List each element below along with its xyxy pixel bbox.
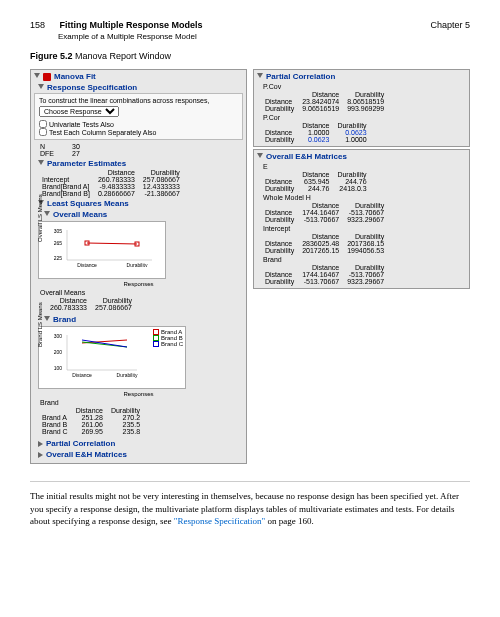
param-est-title: Parameter Estimates — [47, 159, 126, 168]
chapter-label: Chapter 5 — [430, 20, 470, 30]
table-row: Intercept260.783333257.086667 — [38, 176, 184, 183]
pcov-label: P.Cov — [263, 83, 466, 90]
whole-table: DistanceDurability Distance1744.16467-51… — [261, 202, 388, 223]
response-spec-title: Response Specification — [47, 83, 137, 92]
left-column: Manova Fit Response Specification To con… — [30, 69, 247, 466]
e-table: DistanceDurability Distance635.945244.76… — [261, 171, 371, 192]
table-row: Durability2017265.151994056.53 — [261, 247, 388, 254]
body-paragraph: The initial results might not be very in… — [30, 490, 470, 528]
svg-text:200: 200 — [54, 349, 63, 355]
svg-text:225: 225 — [54, 255, 63, 261]
svg-text:Durability: Durability — [117, 372, 138, 378]
n-label: N — [40, 143, 62, 150]
disclosure-icon[interactable] — [38, 452, 43, 458]
disclosure-icon[interactable] — [38, 441, 43, 447]
svg-line-5 — [87, 243, 137, 244]
whole-label: Whole Model H — [263, 194, 466, 201]
manova-fit-title: Manova Fit — [54, 72, 96, 81]
overall-means-table: DistanceDurability 260.783333257.086667 — [38, 297, 136, 311]
brand-table: DistanceDurability Brand A251.28270.2 Br… — [38, 407, 144, 435]
table-row: Brand C269.95235.8 — [38, 428, 144, 435]
brand-label: Brand — [40, 399, 243, 406]
response-spec-body: To construct the linear combinations acr… — [34, 93, 243, 140]
partial-corr-panel: Partial Correlation P.Cov DistanceDurabi… — [253, 69, 470, 147]
overall-means-label: Overall Means — [40, 289, 243, 296]
dfe-label: DFE — [40, 150, 62, 157]
svg-text:300: 300 — [54, 333, 63, 339]
y-axis-label: Brand LS Means — [37, 302, 43, 347]
cb1-label: Univariate Tests Also — [49, 121, 114, 128]
x-axis-label: Responses — [34, 281, 243, 287]
intercept-label: Intercept — [263, 225, 466, 232]
disclosure-icon[interactable] — [44, 316, 50, 324]
eh-title: Overall E&H Matrices — [266, 152, 347, 161]
brand-title: Brand — [53, 315, 76, 324]
table-row: Durability-513.706679323.29667 — [261, 278, 388, 285]
right-column: Partial Correlation P.Cov DistanceDurabi… — [253, 69, 470, 291]
disclosure-icon[interactable] — [38, 84, 44, 92]
param-estimates-table: DistanceDurability Intercept260.78333325… — [38, 169, 184, 197]
y-axis-label: Overall LS Means — [37, 194, 43, 242]
svg-text:Distance: Distance — [72, 372, 92, 378]
brand-chart: 300 200 100 Distance Durability Brand LS… — [38, 326, 186, 389]
e-label: E — [263, 163, 466, 170]
svg-text:265: 265 — [54, 240, 63, 246]
disclosure-icon[interactable] — [257, 73, 263, 81]
table-row: 260.783333257.086667 — [38, 304, 136, 311]
svg-text:Durability: Durability — [127, 262, 148, 267]
brand-mat-label: Brand — [263, 256, 466, 263]
page-header: 158 Fitting Multiple Response Models Cha… — [30, 20, 470, 30]
table-row: Distance1744.16467-513.70667 — [261, 209, 388, 216]
svg-text:100: 100 — [54, 365, 63, 371]
menu-icon[interactable] — [43, 73, 51, 81]
x-axis-label: Responses — [34, 391, 243, 397]
table-row: Brand[Brand A]-9.483333312.4333333 — [38, 183, 184, 190]
partial-corr-title: Partial Correlation — [266, 72, 335, 81]
table-row: Distance1.00000.0623 — [261, 129, 371, 136]
response-spec-link[interactable]: "Response Specification" — [174, 516, 266, 526]
table-row: Distance1744.16467-513.70667 — [261, 271, 388, 278]
svg-text:Distance: Distance — [77, 262, 97, 267]
eh-matrices-panel: Overall E&H Matrices E DistanceDurabilit… — [253, 149, 470, 289]
page-title: Fitting Multiple Response Models — [60, 20, 203, 30]
disclosure-icon[interactable] — [34, 73, 40, 81]
overall-means-title: Overall Means — [53, 210, 107, 219]
univariate-checkbox[interactable] — [39, 120, 47, 128]
choose-response-dropdown[interactable]: Choose Response — [39, 106, 119, 117]
table-row: Distance2836025.482017368.15 — [261, 240, 388, 247]
table-row: Brand B261.06235.5 — [38, 421, 144, 428]
figure-caption: Figure 5.2 Manova Report Window — [30, 51, 470, 61]
svg-text:305: 305 — [54, 228, 63, 234]
manova-fit-panel: Manova Fit Response Specification To con… — [30, 69, 247, 464]
pcov-table: DistanceDurability Distance23.84240748.0… — [261, 91, 388, 112]
partial-corr-title: Partial Correlation — [46, 439, 115, 448]
dfe-value: 27 — [72, 150, 80, 157]
instr-text: To construct the linear combinations acr… — [39, 97, 238, 104]
overall-means-chart: 305 265 225 Distance Durability Overall … — [38, 221, 166, 279]
table-row: Brand A251.28270.2 — [38, 414, 144, 421]
eh-title: Overall E&H Matrices — [46, 450, 127, 459]
disclosure-icon[interactable] — [38, 160, 44, 168]
table-row: Durability244.762418.0.3 — [261, 185, 371, 192]
brand-mat-table: DistanceDurability Distance1744.16467-51… — [261, 264, 388, 285]
lsm-title: Least Squares Means — [47, 199, 129, 208]
pcor-label: P.Cor — [263, 114, 466, 121]
table-row: Durability9.06516519993.969299 — [261, 105, 388, 112]
page-subtitle: Example of a Multiple Response Model — [58, 32, 470, 41]
n-value: 30 — [72, 143, 80, 150]
report-panels: Manova Fit Response Specification To con… — [30, 69, 470, 466]
pcor-table: DistanceDurability Distance1.00000.0623 … — [261, 122, 371, 143]
chart-legend: Brand A Brand B Brand C — [153, 329, 183, 347]
table-row: Distance23.84240748.06518519 — [261, 98, 388, 105]
table-row: Brand[Brand B]0.28666667-21.386667 — [38, 190, 184, 197]
table-row: Distance635.945244.76 — [261, 178, 371, 185]
test-each-checkbox[interactable] — [39, 128, 47, 136]
cb2-label: Test Each Column Separately Also — [49, 129, 156, 136]
disclosure-icon[interactable] — [257, 153, 263, 161]
table-row: Durability-513.706679323.29667 — [261, 216, 388, 223]
table-row: Durability0.06231.0000 — [261, 136, 371, 143]
disclosure-icon[interactable] — [44, 211, 50, 219]
page-number: 158 — [30, 20, 45, 30]
intercept-table: DistanceDurability Distance2836025.48201… — [261, 233, 388, 254]
